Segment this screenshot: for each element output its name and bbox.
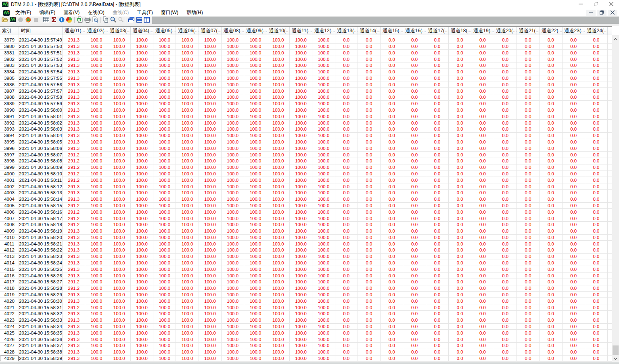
cell-channel-value[interactable]: 0.0: [517, 177, 540, 183]
cell-channel-value[interactable]: 0.0: [517, 311, 540, 317]
cell-channel-value[interactable]: 100.0: [267, 203, 290, 209]
cell-time[interactable]: 2021-04-30 15:58:08: [19, 158, 63, 164]
menu-view[interactable]: 查看(V): [61, 9, 82, 17]
cell-channel-value[interactable]: 0.0: [471, 336, 494, 342]
cell-channel-value[interactable]: 0.0: [585, 171, 608, 177]
cell-channel-value[interactable]: 0.0: [426, 349, 449, 355]
cell-channel-value[interactable]: 100.0: [153, 292, 176, 298]
cell-channel-value[interactable]: 100.0: [131, 126, 153, 132]
table-row[interactable]: 40252021-04-30 15:58:35291.3100.0100.010…: [0, 330, 612, 336]
cell-channel-value[interactable]: 100.0: [131, 272, 153, 279]
cell-channel-value[interactable]: 0.0: [471, 215, 494, 221]
table-row[interactable]: 39812021-04-30 15:57:51291.3100.0100.010…: [0, 50, 612, 56]
cell-channel-value[interactable]: 100.0: [312, 158, 335, 164]
cell-channel-value[interactable]: 100.0: [312, 75, 335, 81]
cell-channel-value[interactable]: 0.0: [358, 330, 381, 336]
cell-channel-value[interactable]: 0.0: [403, 88, 426, 94]
cell-channel-value[interactable]: 0.0: [585, 139, 608, 145]
cell-channel-value[interactable]: 0.0: [540, 209, 562, 215]
cell-channel-value[interactable]: 0.0: [563, 203, 585, 209]
cell-channel-value[interactable]: 100.0: [85, 190, 108, 196]
cell-channel-value[interactable]: 100.0: [312, 139, 335, 145]
cell-channel-value[interactable]: 0.0: [471, 266, 494, 272]
cell-time[interactable]: 2021-04-30 15:58:23: [19, 254, 63, 260]
cell-index[interactable]: 4023: [0, 317, 19, 323]
cell-channel-value[interactable]: 0.0: [563, 349, 585, 355]
cell-channel-value[interactable]: 0.0: [585, 298, 608, 304]
cell-channel-value[interactable]: 0.0: [335, 356, 358, 362]
cell-channel-value[interactable]: 0.0: [403, 241, 426, 247]
print-preview-button[interactable]: [91, 17, 99, 23]
cell-channel-value[interactable]: 0.0: [540, 75, 562, 81]
cell-channel-value[interactable]: 0.0: [563, 298, 585, 304]
cell-channel-value[interactable]: 0.0: [449, 241, 471, 247]
cell-channel-value[interactable]: 100.0: [290, 133, 312, 139]
minimize-button[interactable]: [573, 0, 588, 9]
cell-channel-value[interactable]: 100.0: [108, 356, 131, 362]
cell-channel-value[interactable]: 0.0: [540, 183, 562, 189]
cell-channel-value[interactable]: 0.0: [494, 133, 517, 139]
cell-channel-value[interactable]: 100.0: [267, 190, 290, 196]
cell-time[interactable]: 2021-04-30 15:58:28: [19, 285, 63, 291]
cell-channel-value[interactable]: 100.0: [108, 254, 131, 260]
cell-channel-value[interactable]: 100.0: [199, 203, 222, 209]
cell-channel-value[interactable]: 100.0: [85, 164, 108, 171]
cell-channel-value[interactable]: 100.0: [176, 164, 199, 171]
cell-channel-value[interactable]: 0.0: [471, 356, 494, 362]
cell-channel-value[interactable]: 100.0: [199, 324, 222, 330]
cell-channel-value[interactable]: 0.0: [449, 101, 471, 107]
cell-channel-value[interactable]: 100.0: [290, 254, 312, 260]
cell-channel-value[interactable]: 100.0: [153, 209, 176, 215]
cell-channel-value[interactable]: 0.0: [563, 44, 585, 50]
cell-channel-value[interactable]: 0.0: [494, 44, 517, 50]
cell-channel-value[interactable]: 0.0: [540, 279, 562, 285]
cell-channel-value[interactable]: 100.0: [131, 177, 153, 183]
cell-channel-value[interactable]: 100.0: [267, 241, 290, 247]
cell-channel-value[interactable]: 0.0: [494, 228, 517, 234]
cell-channel-value[interactable]: 0.0: [335, 311, 358, 317]
cell-channel-value[interactable]: 0.0: [449, 50, 471, 56]
cell-channel-value[interactable]: 100.0: [108, 183, 131, 189]
cell-channel-value[interactable]: 100.0: [108, 272, 131, 279]
cell-channel-value[interactable]: 100.0: [153, 266, 176, 272]
cell-channel-value[interactable]: 0.0: [563, 356, 585, 362]
column-header-channel[interactable]: 通道03(...: [108, 27, 131, 35]
cell-channel-value[interactable]: 100.0: [290, 349, 312, 355]
cell-channel-value[interactable]: 0.0: [517, 247, 540, 253]
cell-channel-value[interactable]: 0.0: [517, 62, 540, 69]
cell-channel-value[interactable]: 0.0: [358, 190, 381, 196]
cell-channel-value[interactable]: 100.0: [312, 56, 335, 62]
cell-channel-value[interactable]: 100.0: [290, 139, 312, 145]
cell-channel-value[interactable]: 100.0: [312, 317, 335, 323]
cell-channel-value[interactable]: 100.0: [199, 88, 222, 94]
cell-channel-value[interactable]: 100.0: [108, 37, 131, 43]
cell-channel-value[interactable]: 100.0: [244, 190, 267, 196]
cell-channel-value[interactable]: 100.0: [108, 222, 131, 228]
cell-channel-value[interactable]: 100.0: [176, 133, 199, 139]
cell-channel-value[interactable]: 100.0: [290, 209, 312, 215]
cell-channel-value[interactable]: 0.0: [585, 260, 608, 266]
cell-channel-value[interactable]: 0.0: [540, 88, 562, 94]
cell-channel-value[interactable]: 100.0: [312, 241, 335, 247]
cell-channel-value[interactable]: 100.0: [85, 317, 108, 323]
cell-channel-value[interactable]: 0.0: [358, 183, 381, 189]
table-row[interactable]: 40122021-04-30 15:58:22291.3100.0100.010…: [0, 247, 612, 254]
cell-channel-value[interactable]: 100.0: [176, 101, 199, 107]
table-row[interactable]: 40042021-04-30 15:58:14291.3100.0100.010…: [0, 196, 612, 203]
cell-channel-value[interactable]: 0.0: [563, 343, 585, 349]
cell-channel-value[interactable]: 0.0: [358, 235, 381, 241]
cell-channel-value[interactable]: 0.0: [426, 203, 449, 209]
cell-channel-value[interactable]: 100.0: [290, 69, 312, 75]
column-header-channel[interactable]: 通道06(...: [176, 27, 199, 35]
cell-channel-value[interactable]: 0.0: [494, 190, 517, 196]
cell-channel-value[interactable]: 100.0: [108, 81, 131, 87]
cell-index[interactable]: 4024: [0, 324, 19, 330]
cell-channel-value[interactable]: 0.0: [585, 164, 608, 171]
cell-time[interactable]: 2021-04-30 15:58:09: [19, 164, 63, 171]
cell-channel-value[interactable]: 0.0: [403, 107, 426, 113]
cell-index[interactable]: 3982: [0, 56, 19, 62]
cell-channel-value[interactable]: 100.0: [267, 317, 290, 323]
cell-channel-value[interactable]: 0.0: [517, 158, 540, 164]
cell-channel-value[interactable]: 0.0: [517, 260, 540, 266]
cell-channel-value[interactable]: 0.0: [540, 145, 562, 151]
